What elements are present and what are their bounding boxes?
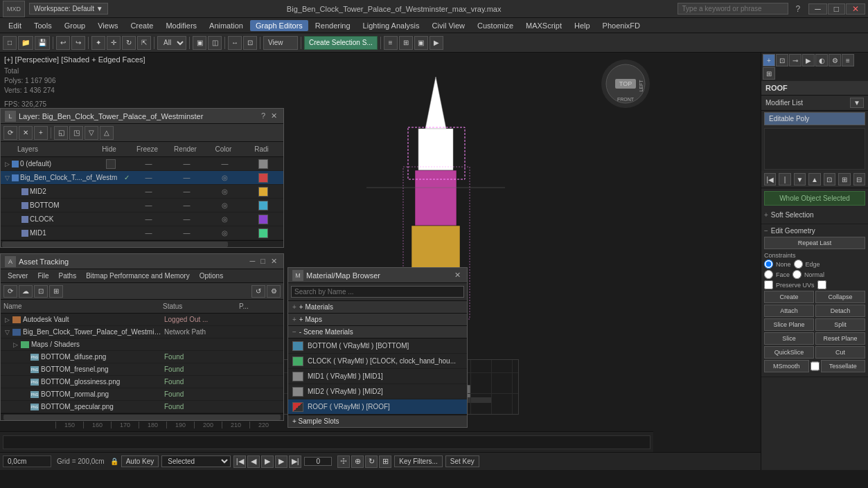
close-button[interactable]: ✕ — [846, 3, 865, 15]
rp-tab-create[interactable]: + — [763, 54, 775, 66]
collapse-btn[interactable]: Collapse — [815, 291, 865, 303]
layers-hscroll[interactable] — [2, 242, 228, 247]
frame-input[interactable] — [304, 457, 332, 466]
constraint-face-radio[interactable] — [764, 270, 773, 279]
reset-plane-btn[interactable]: Reset Plane — [815, 332, 865, 345]
menu-modifiers[interactable]: Modifiers — [160, 20, 202, 31]
restore-button[interactable]: □ — [828, 3, 845, 15]
asset-menu-bitmap[interactable]: Bitmap Performance and Memory — [82, 271, 194, 280]
menu-rendering[interactable]: Rendering — [310, 20, 356, 31]
layer-row-default[interactable]: ▷ 0 (default) — — — — [1, 157, 283, 171]
zoom-button[interactable]: ⊕ — [351, 455, 364, 468]
asset-menu-file[interactable]: File — [33, 271, 53, 280]
mod-nav-1[interactable]: |◀ — [764, 173, 776, 186]
scale-btn[interactable]: ⇱ — [137, 36, 151, 50]
layer-row-mid1[interactable]: MID1 — — ◎ — [1, 226, 283, 240]
select-btn[interactable]: ✦ — [91, 36, 105, 50]
layer-swatch-mid2[interactable] — [258, 187, 268, 197]
asset-tool-2[interactable]: ☁ — [19, 285, 33, 298]
quick-slice-btn[interactable]: QuickSlice — [764, 346, 814, 359]
help-icon[interactable]: ? — [794, 4, 803, 14]
split-btn[interactable]: Split — [815, 318, 865, 331]
preserve-uvs-checkbox[interactable] — [764, 280, 773, 289]
quick-render-btn[interactable]: ▶ — [429, 36, 443, 50]
layer-row-mid2[interactable]: MID2 — — ◎ — [1, 185, 283, 199]
soft-selection-header[interactable]: + Soft Selection — [764, 211, 865, 219]
material-search-input[interactable] — [291, 286, 464, 298]
menu-tools[interactable]: Tools — [28, 20, 57, 31]
layer-row-bottom[interactable]: BOTTOM — — ◎ — [1, 199, 283, 213]
pan-button[interactable]: ☩ — [337, 455, 350, 468]
tessellate-btn[interactable]: Tessellate — [821, 360, 866, 372]
layers-refresh-btn[interactable]: ⟳ — [3, 126, 17, 140]
mat-row-roof[interactable]: ROOF ( VRayMtl ) [ROOF] — [288, 399, 467, 415]
menu-civil-view[interactable]: Civil View — [427, 20, 470, 31]
asset-tool-1[interactable]: ⟳ — [3, 285, 17, 298]
asset-menu-server[interactable]: Server — [3, 271, 32, 280]
go-start-button[interactable]: |◀ — [233, 455, 246, 468]
msmooth-checkbox[interactable] — [811, 360, 820, 372]
move-btn[interactable]: ✛ — [107, 36, 121, 50]
asset-tool-refresh[interactable]: ↺ — [251, 285, 265, 298]
asset-tool-4[interactable]: ⊞ — [49, 285, 63, 298]
msmooth-btn[interactable]: MSmooth — [764, 360, 809, 372]
menu-maxscript[interactable]: MAXScript — [520, 20, 567, 31]
key-mode-dropdown[interactable]: Selected — [161, 455, 231, 467]
layers-close-btn[interactable]: ✕ — [269, 111, 279, 120]
timeline-track[interactable] — [3, 435, 650, 449]
edit-geometry-header[interactable]: − Edit Geometry — [764, 227, 865, 235]
align-btn[interactable]: ⊡ — [243, 36, 257, 50]
asset-row-bottom-fresnel[interactable]: PNG BOTTOM_fresnel.png Found — [1, 363, 283, 376]
mod-nav-5[interactable]: ⊡ — [824, 173, 835, 186]
menu-graph-editors[interactable]: Graph Editors — [250, 20, 308, 31]
asset-tool-3[interactable]: ⊡ — [34, 285, 48, 298]
layers-add-btn[interactable]: + — [34, 126, 48, 140]
slice-btn[interactable]: Slice — [764, 332, 814, 345]
minimize-button[interactable]: ─ — [808, 3, 827, 15]
modifier-dropdown-btn[interactable]: ▼ — [850, 98, 864, 108]
layer-swatch-default[interactable] — [258, 159, 268, 169]
next-frame-button[interactable]: ▶ — [275, 455, 287, 468]
layer-btn[interactable]: ⊞ — [399, 36, 413, 50]
rp-tab-hierarchy[interactable]: ⊸ — [789, 54, 801, 66]
layer-swatch-mid1[interactable] — [258, 228, 268, 238]
layer-swatch-clock[interactable] — [258, 215, 268, 224]
selection-filter[interactable]: All — [157, 36, 186, 50]
create-btn[interactable]: Create — [764, 291, 814, 303]
constraint-none-radio[interactable] — [764, 260, 773, 269]
rp-tab-modify[interactable]: ⊡ — [776, 54, 788, 66]
materials-section-header[interactable]: + + Materials — [288, 301, 467, 314]
prev-frame-button[interactable]: ◀ — [247, 455, 260, 468]
orbit-button[interactable]: ↻ — [365, 455, 378, 468]
asset-row-bigben-file[interactable]: ▽ Big_Ben_Clock_Tower_Palace_of_Westmins… — [1, 326, 283, 338]
mod-nav-7[interactable]: ⊟ — [853, 173, 865, 186]
asset-min-btn[interactable]: ─ — [248, 257, 258, 266]
asset-menu-options[interactable]: Options — [195, 271, 227, 280]
create-selection-btn[interactable]: Create Selection S... — [304, 36, 378, 50]
asset-hscroll[interactable] — [3, 415, 281, 420]
layers-help-btn[interactable]: ? — [259, 111, 267, 120]
rp-tab-display[interactable]: ◐ — [815, 54, 828, 66]
nav-gizmo[interactable]: TOP FRONT LEFT — [601, 60, 650, 108]
menu-create[interactable]: Create — [125, 20, 159, 31]
rotate-btn[interactable]: ↻ — [122, 36, 136, 50]
material-close-btn[interactable]: ✕ — [452, 271, 463, 280]
layers-up-btn[interactable]: △ — [100, 126, 114, 140]
undo-btn[interactable]: ↩ — [56, 36, 70, 50]
search-input[interactable] — [677, 3, 788, 15]
new-btn[interactable]: □ — [3, 36, 17, 50]
asset-row-autodesk[interactable]: ▷ Autodesk Vault Logged Out ... — [1, 314, 283, 326]
layer-swatch-bigben[interactable] — [258, 173, 268, 183]
mod-nav-3[interactable]: ▼ — [794, 173, 806, 186]
maximize-btn[interactable]: ⊞ — [379, 455, 391, 468]
menu-lighting-analysis[interactable]: Lighting Analysis — [357, 20, 425, 31]
asset-restore-btn[interactable]: □ — [258, 257, 267, 266]
rp-tab-extra[interactable]: ≡ — [842, 54, 854, 66]
rp-tab-motion[interactable]: ▶ — [802, 54, 815, 66]
menu-customize[interactable]: Customize — [472, 20, 519, 31]
layer-swatch-bottom[interactable] — [258, 201, 268, 210]
asset-tool-settings[interactable]: ⚙ — [267, 285, 281, 298]
asset-row-bottom-difuse[interactable]: PNG BOTTOM_difuse.png Found — [1, 351, 283, 363]
mat-row-mid2[interactable]: MID2 ( VRayMtl ) [MID2] — [288, 384, 467, 399]
layer-row-bigben[interactable]: ▽ Big_Ben_Clock_T...._of_Westm ✓ — — ◎ — [1, 171, 283, 185]
